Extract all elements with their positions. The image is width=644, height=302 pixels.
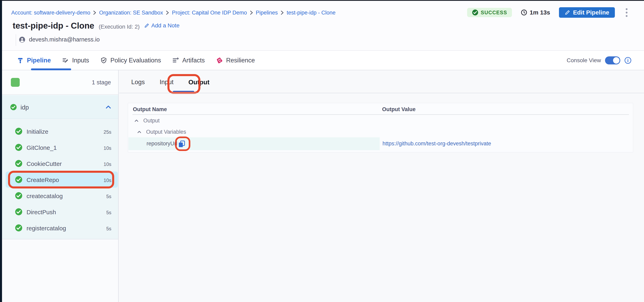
tab-input[interactable]: Input <box>158 79 175 86</box>
divider <box>119 93 644 93</box>
step-row-cookiecutter[interactable]: CookieCutter 10s <box>2 156 118 172</box>
group-row-label: Output <box>143 118 160 124</box>
stage-status-chip <box>11 78 20 87</box>
step-duration: 25s <box>104 129 111 135</box>
edit-pipeline-label: Edit Pipeline <box>573 9 609 16</box>
output-variable-value-link[interactable]: https://github.com/test-org-devesh/testp… <box>382 140 491 147</box>
column-header-output-value: Output Value <box>382 106 416 112</box>
step-row-initialize[interactable]: Initialize 25s <box>2 123 118 139</box>
step-duration: 5s <box>106 194 111 199</box>
pencil-icon <box>144 23 149 28</box>
artifacts-icon <box>172 57 179 64</box>
chevron-right-icon <box>166 10 169 15</box>
output-variable-name: repositoryUrl <box>146 140 177 147</box>
breadcrumb-current-execution[interactable]: test-pipe-idp - Clone <box>286 10 336 16</box>
execution-tabbar: Pipeline Inputs Policy Evaluations Artif… <box>2 50 644 70</box>
step-duration: 10s <box>104 178 111 183</box>
stage-sidebar: 1 stage idp Initialize 25s GitClone_1 10… <box>2 70 118 302</box>
chevron-right-icon <box>93 10 96 15</box>
tab-policy-evaluations[interactable]: Policy Evaluations <box>100 51 161 70</box>
clock-icon <box>521 9 527 16</box>
tab-inputs-label: Inputs <box>72 57 89 64</box>
triggered-by-user: devesh.mishra@harness.io <box>19 36 100 43</box>
group-row-output[interactable]: Output <box>134 118 160 124</box>
status-badge: SUCCESS <box>467 8 512 17</box>
success-check-icon <box>15 127 22 135</box>
console-view-label: Console View <box>566 57 601 64</box>
stage-row-idp[interactable]: idp <box>2 95 118 119</box>
breadcrumb: Account: software-delivery-demo Organiza… <box>11 9 336 17</box>
tab-logs[interactable]: Logs <box>130 79 146 86</box>
chevron-right-icon <box>250 10 253 15</box>
console-view-control: Console View <box>566 51 632 70</box>
chevron-up-icon[interactable] <box>105 104 111 110</box>
success-check-icon <box>15 160 22 167</box>
shield-check-icon <box>100 57 107 64</box>
step-name: CookieCutter <box>26 161 62 167</box>
tab-resilience[interactable]: Resilience <box>216 51 255 70</box>
step-duration: 5s <box>106 210 111 215</box>
tab-resilience-label: Resilience <box>226 57 255 64</box>
tab-list: Pipeline Inputs Policy Evaluations Artif… <box>17 51 255 70</box>
group-row-output-variables[interactable]: Output Variables <box>137 129 186 135</box>
chevron-up-icon <box>134 118 139 123</box>
breadcrumb-pipelines[interactable]: Pipelines <box>256 10 278 16</box>
tab-artifacts[interactable]: Artifacts <box>172 51 205 70</box>
tab-policy-evaluations-label: Policy Evaluations <box>110 57 161 64</box>
header-actions: SUCCESS 1m 13s Edit Pipeline <box>467 7 630 19</box>
tab-output[interactable]: Output <box>187 79 211 86</box>
step-detail-tabs: Logs Input Output <box>130 75 211 89</box>
success-check-icon <box>10 104 17 110</box>
step-name: createcatalog <box>26 193 63 200</box>
chevron-up-icon <box>137 130 142 134</box>
breadcrumb-organization[interactable]: Organization: SE Sandbox <box>99 10 163 16</box>
pipeline-execution-page: Account: software-delivery-demo Organiza… <box>0 0 644 302</box>
success-check-icon <box>472 9 478 16</box>
info-icon[interactable] <box>624 57 632 64</box>
step-duration: 10s <box>104 162 111 167</box>
success-check-icon <box>15 143 22 151</box>
step-row-createrepo-selected[interactable]: CreateRepo 10s <box>2 172 118 188</box>
tab-pipeline[interactable]: Pipeline <box>17 51 51 70</box>
step-row-directpush[interactable]: DirectPush 5s <box>2 204 118 220</box>
step-name: GitClone_1 <box>26 144 57 151</box>
step-name: DirectPush <box>26 209 56 216</box>
step-name: registercatalog <box>26 225 66 232</box>
step-row-registercatalog[interactable]: registercatalog 5s <box>2 220 118 236</box>
tab-inputs[interactable]: Inputs <box>62 51 89 70</box>
stage-summary-row: 1 stage <box>2 70 118 95</box>
tab-artifacts-label: Artifacts <box>182 57 205 64</box>
stage-name: idp <box>20 104 29 111</box>
title-row: test-pipe-idp - Clone (Execution Id: 2) … <box>13 21 180 31</box>
edit-pipeline-button[interactable]: Edit Pipeline <box>559 7 615 18</box>
page-title: test-pipe-idp - Clone <box>13 21 94 31</box>
console-view-toggle[interactable] <box>605 56 620 64</box>
user-avatar-icon <box>19 37 25 43</box>
step-name: CreateRepo <box>26 177 59 183</box>
pipeline-icon <box>17 57 24 64</box>
more-options-icon[interactable] <box>624 7 630 18</box>
column-header-output-name: Output Name <box>133 106 167 112</box>
status-badge-label: SUCCESS <box>481 10 507 16</box>
collapsed-nav-strip <box>0 1 2 302</box>
breadcrumb-account[interactable]: Account: software-delivery-demo <box>11 10 90 16</box>
success-check-icon <box>15 208 22 216</box>
step-duration: 10s <box>104 145 111 151</box>
group-row-label: Output Variables <box>146 129 186 135</box>
execution-duration-value: 1m 13s <box>530 9 550 16</box>
success-check-icon <box>15 224 22 232</box>
step-details-panel: Logs Input Output Output Name Output Val… <box>119 70 644 302</box>
inputs-icon <box>62 57 69 64</box>
step-name: Initialize <box>26 128 48 135</box>
success-check-icon <box>15 176 22 183</box>
step-row-createcatalog[interactable]: createcatalog 5s <box>2 188 118 204</box>
add-note-link[interactable]: Add a Note <box>144 22 180 29</box>
breadcrumb-project[interactable]: Project: Capital One IDP Demo <box>172 10 247 16</box>
copy-icon[interactable] <box>178 140 186 148</box>
output-table: Output Name Output Value Output Output V… <box>128 103 633 153</box>
execution-id: (Execution Id: 2) <box>99 24 140 30</box>
step-row-gitclone[interactable]: GitClone_1 10s <box>2 139 118 156</box>
add-note-label: Add a Note <box>151 22 180 29</box>
step-list: Initialize 25s GitClone_1 10s CookieCutt… <box>2 120 118 239</box>
divider <box>16 34 16 46</box>
